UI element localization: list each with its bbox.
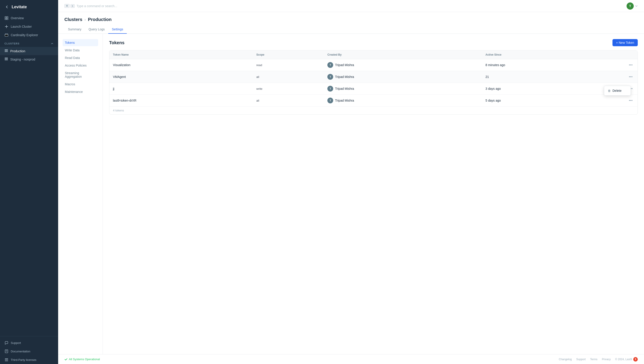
sidebar-nav: Overview Launch Cluster Cardinality Expl… (0, 14, 58, 39)
tab-summary[interactable]: Summary (64, 25, 85, 34)
table-row: last9-token-drXR all T Tripad Mishra (109, 95, 637, 106)
settings-nav-read-data[interactable]: Read Data (63, 54, 98, 62)
token-creator-vmagent: T Tripad Mishra (324, 71, 482, 83)
svg-rect-2 (5, 18, 6, 20)
tokens-count: 4 tokens (109, 106, 637, 114)
sidebar-item-documentation[interactable]: Documentation (0, 347, 58, 356)
clusters-label: CLUSTERS (5, 42, 20, 45)
breadcrumb-clusters[interactable]: Clusters (64, 17, 82, 22)
token-menu-btn-vmagent[interactable]: ••• (627, 74, 634, 79)
list-icon (5, 358, 9, 362)
user-avatar[interactable]: T (626, 2, 634, 10)
support-icon (5, 341, 9, 345)
breadcrumb: Clusters › Production (64, 17, 638, 22)
sidebar-item-third-party[interactable]: Third-Party licenses (0, 356, 58, 364)
svg-rect-3 (7, 18, 8, 20)
token-menu-btn-visualization[interactable]: ••• (627, 62, 634, 68)
token-scope-jj: write (253, 83, 324, 95)
topbar: ⌘ K Type a command or search... T (58, 0, 644, 12)
creator-avatar: T (327, 98, 333, 104)
settings-nav-streaming[interactable]: Streaming Aggregation (63, 70, 98, 80)
sidebar-item-staging[interactable]: Staging - nonprod (0, 55, 58, 64)
svg-rect-1 (7, 16, 8, 18)
sidebar-item-launch-cluster[interactable]: Launch Cluster (0, 22, 58, 31)
footer-logo: © 2024, Last9 9 (615, 357, 638, 362)
col-active-since: Active Since (482, 50, 637, 59)
chevron-down-icon (635, 5, 638, 7)
chevron-up-icon (51, 42, 54, 45)
token-active-vmagent: 21 ••• (482, 71, 637, 83)
footer-terms[interactable]: Terms (590, 358, 597, 361)
tab-query-logs[interactable]: Query Logs (85, 25, 108, 34)
sidebar: Levitate Overview Launch Cluster Cardina… (0, 0, 58, 364)
settings-main: Tokens + New Token Token Name Scope Crea… (103, 34, 644, 354)
user-area[interactable]: T (626, 2, 638, 10)
sidebar-item-production[interactable]: Production (0, 47, 58, 55)
settings-nav-maintenance[interactable]: Maintenance (63, 88, 98, 95)
svg-rect-15 (5, 60, 8, 60)
svg-rect-19 (5, 358, 8, 359)
footer-changelog[interactable]: Changelog (559, 358, 572, 361)
new-token-button[interactable]: + New Token (612, 39, 638, 46)
clusters-section-header: CLUSTERS (0, 39, 58, 47)
tab-settings[interactable]: Settings (108, 25, 127, 34)
trash-icon: 🗑 (608, 89, 611, 92)
back-icon[interactable] (5, 4, 10, 10)
sidebar-item-support-label: Support (11, 341, 21, 344)
token-active-visualization: 8 minutes ago ••• (482, 59, 637, 71)
token-creator-last9: T Tripad Mishra (324, 95, 482, 106)
context-menu-delete[interactable]: 🗑 Delete (604, 87, 630, 94)
list-icon-staging (5, 57, 8, 62)
settings-nav-macros[interactable]: Macros (63, 80, 98, 88)
sidebar-item-cardinality-label: Cardinality Explorer (11, 33, 38, 37)
table-row: jj write T Tripad Mishra (109, 83, 637, 95)
svg-rect-20 (5, 360, 8, 360)
main-content: ⌘ K Type a command or search... T Cluste… (58, 0, 644, 364)
sidebar-item-staging-label: Staging - nonprod (10, 58, 35, 61)
keyboard-shortcut: ⌘ K (64, 4, 75, 8)
settings-nav-access-policies[interactable]: Access Policies (63, 62, 98, 69)
footer-links: Changelog Support Terms Privacy © 2024, … (559, 357, 638, 362)
app-name: Levitate (12, 5, 27, 10)
sidebar-header: Levitate (0, 0, 58, 14)
token-name-jj: jj (109, 83, 253, 95)
sidebar-item-launch-cluster-label: Launch Cluster (11, 25, 32, 28)
settings-sidebar: Tokens Write Data Read Data Access Polic… (58, 34, 103, 354)
tabs: Summary Query Logs Settings (58, 22, 644, 34)
sidebar-item-documentation-label: Documentation (11, 350, 30, 353)
footer-support[interactable]: Support (576, 358, 586, 361)
footer: All Systems Operational Changelog Suppor… (58, 354, 644, 364)
list-icon-production (5, 49, 8, 53)
search-area[interactable]: ⌘ K Type a command or search... (64, 4, 117, 8)
sidebar-item-support[interactable]: Support (0, 338, 58, 347)
calendar-icon (5, 33, 9, 37)
token-creator-visualization: T Tripad Mishra (324, 59, 482, 71)
token-scope-vmagent: all (253, 71, 324, 83)
delete-label: Delete (612, 89, 621, 92)
tokens-table: Token Name Scope Created By Active Since… (109, 50, 637, 106)
footer-privacy[interactable]: Privacy (602, 358, 611, 361)
page-header: Clusters › Production (58, 12, 644, 22)
breadcrumb-separator: › (85, 18, 86, 22)
table-header-row: Token Name Scope Created By Active Since (109, 50, 637, 59)
settings-nav-write-data[interactable]: Write Data (63, 47, 98, 54)
plus-icon (5, 24, 9, 28)
tokens-title: Tokens (109, 40, 125, 45)
creator-avatar: T (327, 74, 333, 80)
svg-rect-14 (5, 59, 8, 60)
tokens-table-wrapper: Token Name Scope Created By Active Since… (109, 50, 638, 114)
sidebar-item-cardinality[interactable]: Cardinality Explorer (0, 31, 58, 39)
token-name-vmagent: VMAgent (109, 71, 253, 83)
token-active-last9: 5 days ago ••• (482, 95, 637, 106)
token-name-visualization: Visualization (109, 59, 253, 71)
creator-avatar: T (327, 62, 333, 68)
token-menu-btn-last9[interactable]: ••• (627, 98, 634, 103)
settings-nav-tokens[interactable]: Tokens (63, 39, 98, 46)
sidebar-item-third-party-label: Third-Party licenses (11, 358, 37, 362)
search-placeholder: Type a command or search... (77, 4, 117, 8)
svg-rect-10 (5, 49, 8, 50)
token-scope-last9: all (253, 95, 324, 106)
col-token-name: Token Name (109, 50, 253, 59)
sidebar-item-overview[interactable]: Overview (0, 14, 58, 22)
sidebar-item-production-label: Production (10, 49, 25, 53)
